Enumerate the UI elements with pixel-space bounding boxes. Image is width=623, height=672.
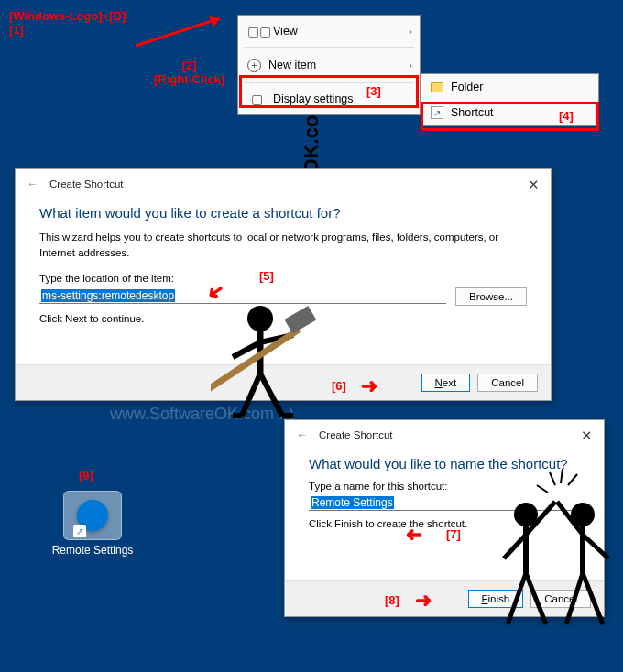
chevron-right-icon: › — [409, 60, 412, 70]
cancel-button[interactable]: Cancel — [477, 374, 538, 392]
ann-2-line2: [Right-Click] — [154, 72, 224, 86]
create-shortcut-dialog-2: ← Create Shortcut ✕ What would you like … — [284, 419, 605, 617]
ctx-new-item-label: New item — [268, 59, 316, 71]
ann-2-line1: [2] — [182, 59, 197, 72]
dlg2-hint: Click Finish to create the shortcut. — [309, 518, 580, 529]
close-icon[interactable]: ✕ — [581, 428, 593, 444]
ann-1-line1: [Windows-Logo]+[D] — [9, 9, 126, 23]
ann-4: [4] — [559, 109, 574, 123]
watermark-2: www.SoftwareOK.com :-) — [110, 405, 294, 424]
view-icon: ▢▢ — [247, 24, 266, 38]
ctx-view-label: View — [273, 25, 298, 38]
folder-icon — [431, 82, 443, 92]
svg-line-0 — [136, 18, 220, 46]
finish-button[interactable]: Finish — [468, 590, 524, 608]
dlg1-loc-label: Type the location of the item: — [39, 273, 527, 284]
desktop-shortcut[interactable]: ↗ Remote Settings — [42, 491, 143, 557]
ann-6: [6] — [332, 379, 346, 393]
close-icon[interactable]: ✕ — [528, 177, 540, 193]
dlg1-desc: This wizard helps you to create shortcut… — [39, 230, 527, 262]
arrow-7-icon: ➜ — [406, 523, 422, 547]
chevron-right-icon: › — [409, 26, 412, 37]
next-button[interactable]: Next — [421, 374, 471, 392]
name-input[interactable]: Remote Settings — [309, 495, 580, 511]
ctx-folder[interactable]: Folder — [421, 74, 598, 100]
ann-7: [7] — [446, 527, 461, 541]
ann-8: [8] — [385, 593, 399, 607]
ann-3: [3] — [366, 84, 381, 98]
create-shortcut-dialog-1: ← Create Shortcut ✕ What item would you … — [15, 168, 552, 401]
browse-button[interactable]: Browse... — [455, 287, 527, 306]
plus-icon: + — [247, 59, 261, 72]
ann-1-line2: [1] — [9, 23, 24, 37]
location-value: ms-settings:remotedesktop — [41, 289, 175, 302]
redbox-3 — [239, 75, 419, 108]
arrow-6-icon: ➜ — [361, 374, 377, 398]
diag-arrow-icon — [132, 13, 233, 53]
dlg2-name-label: Type a name for this shortcut: — [309, 481, 580, 492]
arrow-8-icon: ➜ — [415, 589, 432, 612]
ann-5: [5] — [259, 269, 274, 283]
dlg1-title: Create Shortcut — [49, 179, 124, 190]
dlg2-title: Create Shortcut — [319, 429, 393, 440]
ctx-view[interactable]: ▢▢ View › — [238, 16, 420, 47]
location-input[interactable]: ms-settings:remotedesktop — [39, 288, 446, 304]
shortcut-overlay-icon: ↗ — [73, 525, 86, 537]
back-icon[interactable]: ← — [296, 428, 308, 441]
cancel-button-2[interactable]: Cancel — [530, 590, 591, 608]
dlg2-question: What would you like to name the shortcut… — [309, 456, 580, 471]
dlg1-hint: Click Next to continue. — [39, 313, 527, 324]
desktop-shortcut-label: Remote Settings — [42, 544, 143, 557]
dlg1-question: What item would you like to create a sho… — [39, 205, 527, 221]
ann-9: [9] — [79, 469, 93, 482]
back-icon[interactable]: ← — [27, 177, 38, 190]
ctx-folder-label: Folder — [451, 81, 483, 93]
name-value: Remote Settings — [311, 496, 394, 509]
next-label: ext — [443, 377, 456, 388]
